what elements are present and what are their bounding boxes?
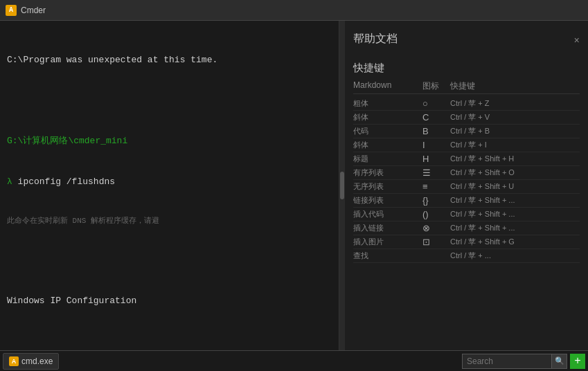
shortcut-icon: () bbox=[422, 209, 450, 219]
search-button[interactable]: 🔍 bbox=[552, 354, 567, 369]
shortcut-row: 斜体 C Ctrl / 苹 + V bbox=[353, 111, 580, 125]
shortcut-icon: {} bbox=[422, 195, 450, 206]
shortcut-markdown: 插入链接 bbox=[353, 223, 422, 233]
header-key: 快捷键 bbox=[450, 80, 580, 92]
scroll-thumb bbox=[340, 172, 344, 199]
shortcut-row: 插入链接 ⊗ Ctrl / 苹 + Shift + ... bbox=[353, 221, 580, 235]
shortcut-icon: ☰ bbox=[422, 168, 450, 178]
shortcut-key: Ctrl / 苹 + I bbox=[450, 140, 580, 150]
shortcut-icon: ⊗ bbox=[422, 223, 450, 233]
terminal-line-winip: Windows IP Configuration bbox=[7, 294, 332, 308]
shortcut-key: Ctrl / 苹 + Shift + G bbox=[450, 237, 580, 247]
process-name: cmd.exe bbox=[21, 356, 53, 366]
shortcut-key: Ctrl / 苹 + Shift + ... bbox=[450, 195, 580, 206]
shortcut-row: 代码 B Ctrl / 苹 + B bbox=[353, 125, 580, 138]
header-icon: 图标 bbox=[422, 80, 450, 92]
shortcut-markdown: 粗体 bbox=[353, 98, 422, 109]
terminal-line-cmd1: λ ipconfig /flushdns bbox=[7, 175, 332, 189]
shortcut-icon: ⊡ bbox=[422, 237, 450, 247]
shortcut-markdown: 插入代码 bbox=[353, 209, 422, 219]
terminal-line-blank1 bbox=[7, 94, 332, 108]
terminal-line-error: C:\Program was unexpected at this time. bbox=[7, 53, 332, 67]
shortcuts-header: Markdown 图标 快捷键 bbox=[353, 80, 580, 94]
shortcuts-title: 快捷键 bbox=[353, 62, 580, 75]
shortcut-row: 有序列表 ☰ Ctrl / 苹 + Shift + O bbox=[353, 166, 580, 180]
shortcut-icon: C bbox=[422, 112, 450, 123]
shortcut-key: Ctrl / 苹 + V bbox=[450, 112, 580, 123]
taskbar-app-icon: A bbox=[9, 356, 19, 366]
taskbar: A cmd.exe 🔍 + bbox=[0, 350, 588, 371]
shortcut-icon: ≡ bbox=[422, 181, 450, 192]
shortcut-key: Ctrl / 苹 + Shift + H bbox=[450, 154, 580, 164]
terminal-line-hint: 此命令在实时刷新 DNS 解析程序缓存，请避 bbox=[7, 215, 332, 227]
shortcut-key: Ctrl / 苹 + Shift + U bbox=[450, 181, 580, 192]
shortcut-row: 插入代码 () Ctrl / 苹 + Shift + ... bbox=[353, 208, 580, 221]
window-title: Cmder bbox=[21, 6, 46, 15]
help-panel: 帮助文档 × 快捷键 Markdown 图标 快捷键 粗体 ○ Ctrl / 苹… bbox=[345, 21, 588, 350]
app-icon: A bbox=[6, 5, 17, 16]
search-icon: 🔍 bbox=[555, 356, 564, 365]
shortcut-icon: H bbox=[422, 154, 450, 164]
help-title: 帮助文档 bbox=[353, 32, 398, 46]
shortcut-markdown: 斜体 bbox=[353, 140, 422, 150]
shortcut-row: 斜体 I Ctrl / 苹 + I bbox=[353, 138, 580, 152]
shortcuts-list: 粗体 ○ Ctrl / 苹 + Z 斜体 C Ctrl / 苹 + V 代码 B… bbox=[353, 97, 580, 263]
shortcut-icon: I bbox=[422, 140, 450, 150]
shortcut-markdown: 查找 bbox=[353, 251, 422, 261]
main-area: C:\Program was unexpected at this time. … bbox=[0, 21, 588, 350]
shortcut-key: Ctrl / 苹 + Shift + O bbox=[450, 168, 580, 178]
header-markdown: Markdown bbox=[353, 80, 422, 92]
search-input[interactable] bbox=[462, 354, 552, 369]
shortcut-markdown: 插入图片 bbox=[353, 237, 422, 247]
terminal-line-blank2 bbox=[7, 254, 332, 268]
shortcut-row: 粗体 ○ Ctrl / 苹 + Z bbox=[353, 97, 580, 111]
terminal-pane[interactable]: C:\Program was unexpected at this time. … bbox=[0, 21, 339, 350]
shortcut-row: 无序列表 ≡ Ctrl / 苹 + Shift + U bbox=[353, 180, 580, 194]
shortcut-key: Ctrl / 苹 + B bbox=[450, 126, 580, 136]
shortcut-row: 插入图片 ⊡ Ctrl / 苹 + Shift + G bbox=[353, 235, 580, 249]
shortcut-key: Ctrl / 苹 + Shift + ... bbox=[450, 209, 580, 219]
scroll-divider[interactable] bbox=[339, 21, 345, 350]
terminal-line-prompt1: G:\计算机网络\cmder_mini bbox=[7, 134, 332, 148]
shortcut-row: 链接列表 {} Ctrl / 苹 + Shift + ... bbox=[353, 194, 580, 208]
terminal-line-blank3 bbox=[7, 335, 332, 349]
terminal-output: C:\Program was unexpected at this time. … bbox=[7, 26, 332, 350]
shortcut-key: Ctrl / 苹 + ... bbox=[450, 251, 580, 261]
shortcut-markdown: 代码 bbox=[353, 126, 422, 136]
shortcut-icon: ○ bbox=[422, 98, 450, 109]
shortcut-key: Ctrl / 苹 + Z bbox=[450, 98, 580, 109]
shortcut-row: 查找 Ctrl / 苹 + ... bbox=[353, 249, 580, 263]
shortcut-key: Ctrl / 苹 + Shift + ... bbox=[450, 223, 580, 233]
shortcut-icon: B bbox=[422, 126, 450, 136]
plus-button[interactable]: + bbox=[570, 354, 585, 369]
shortcut-markdown: 斜体 bbox=[353, 112, 422, 123]
shortcut-row: 标题 H Ctrl / 苹 + Shift + H bbox=[353, 152, 580, 166]
shortcut-markdown: 无序列表 bbox=[353, 181, 422, 192]
shortcut-markdown: 有序列表 bbox=[353, 168, 422, 178]
right-pane-inner: 帮助文档 × 快捷键 Markdown 图标 快捷键 粗体 ○ Ctrl / 苹… bbox=[353, 28, 580, 263]
shortcut-markdown: 标题 bbox=[353, 154, 422, 164]
search-area: 🔍 bbox=[462, 354, 567, 369]
close-icon[interactable]: × bbox=[574, 35, 580, 46]
taskbar-item[interactable]: A cmd.exe bbox=[3, 353, 59, 370]
shortcut-markdown: 链接列表 bbox=[353, 195, 422, 206]
title-bar: A Cmder bbox=[0, 0, 588, 21]
